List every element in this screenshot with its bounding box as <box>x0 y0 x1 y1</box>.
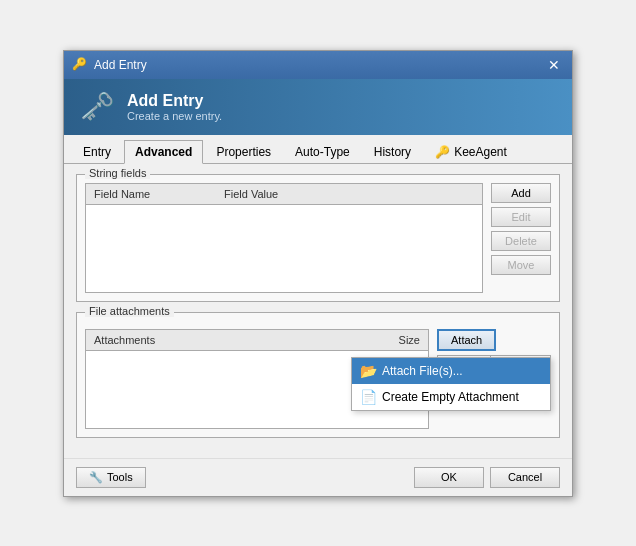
col-size: Size <box>374 332 424 348</box>
cancel-button[interactable]: Cancel <box>490 467 560 488</box>
tab-auto-type[interactable]: Auto-Type <box>284 140 361 164</box>
attach-files-icon: 📂 <box>360 363 376 379</box>
tab-advanced[interactable]: Advanced <box>124 140 203 164</box>
attach-files-label: Attach File(s)... <box>382 364 463 378</box>
tools-label: Tools <box>107 471 133 483</box>
tab-keeagent[interactable]: 🔑 KeeAgent <box>424 140 518 164</box>
move-button[interactable]: Move <box>491 255 551 275</box>
col-field-value: Field Value <box>220 186 478 202</box>
title-bar-text: Add Entry <box>94 58 147 72</box>
tab-keeagent-label: KeeAgent <box>454 145 507 159</box>
dropdown-item-create-empty[interactable]: 📄 Create Empty Attachment <box>352 384 550 410</box>
edit-button[interactable]: Edit <box>491 207 551 227</box>
header-title: Add Entry <box>127 92 222 110</box>
string-fields-label: String fields <box>85 167 150 179</box>
col-attachments: Attachments <box>90 332 374 348</box>
attach-button[interactable]: Attach <box>437 329 496 351</box>
add-button[interactable]: Add <box>491 183 551 203</box>
keeagent-icon: 🔑 <box>435 145 450 159</box>
file-attachments-group: File attachments Attachments Size Attach <box>76 312 560 438</box>
attach-buttons: Attach 📂 Attach File(s)... 📄 Create Empt… <box>437 329 551 429</box>
dropdown-item-attach-files[interactable]: 📂 Attach File(s)... <box>352 358 550 384</box>
string-table-body <box>86 205 482 287</box>
string-table-header: Field Name Field Value <box>86 184 482 205</box>
header-banner: 🗝️ Add Entry Create a new entry. <box>64 79 572 135</box>
attach-btn-row: Attach <box>437 329 551 351</box>
file-attachments-label: File attachments <box>85 305 174 317</box>
col-field-name: Field Name <box>90 186 220 202</box>
dialog-icon: 🔑 <box>72 57 88 73</box>
header-key-icon: 🗝️ <box>80 90 115 123</box>
footer-buttons: 🔧 Tools OK Cancel <box>64 458 572 496</box>
tools-button[interactable]: 🔧 Tools <box>76 467 146 488</box>
tab-properties[interactable]: Properties <box>205 140 282 164</box>
ok-button[interactable]: OK <box>414 467 484 488</box>
create-empty-label: Create Empty Attachment <box>382 390 519 404</box>
tab-history[interactable]: History <box>363 140 422 164</box>
footer-right: OK Cancel <box>414 467 560 488</box>
tab-entry[interactable]: Entry <box>72 140 122 164</box>
close-button[interactable]: ✕ <box>544 55 564 75</box>
add-entry-dialog: 🔑 Add Entry ✕ 🗝️ Add Entry Create a new … <box>63 50 573 497</box>
attach-table-header: Attachments Size <box>86 330 428 351</box>
string-buttons: Add Edit Delete Move <box>491 183 551 293</box>
file-attach-area: Attachments Size Attach 📂 Attach File(s)… <box>85 329 551 429</box>
title-bar: 🔑 Add Entry ✕ <box>64 51 572 79</box>
tools-icon: 🔧 <box>89 471 103 484</box>
content-area: String fields Field Name Field Value Add… <box>64 164 572 458</box>
string-fields-group: String fields Field Name Field Value Add… <box>76 174 560 302</box>
attach-dropdown-menu: 📂 Attach File(s)... 📄 Create Empty Attac… <box>351 357 551 411</box>
string-fields-table: Field Name Field Value <box>85 183 483 293</box>
header-subtitle: Create a new entry. <box>127 110 222 122</box>
delete-button[interactable]: Delete <box>491 231 551 251</box>
tabs-bar: Entry Advanced Properties Auto-Type Hist… <box>64 135 572 164</box>
create-empty-icon: 📄 <box>360 389 376 405</box>
string-fields-area: Field Name Field Value Add Edit Delete M… <box>85 183 551 293</box>
